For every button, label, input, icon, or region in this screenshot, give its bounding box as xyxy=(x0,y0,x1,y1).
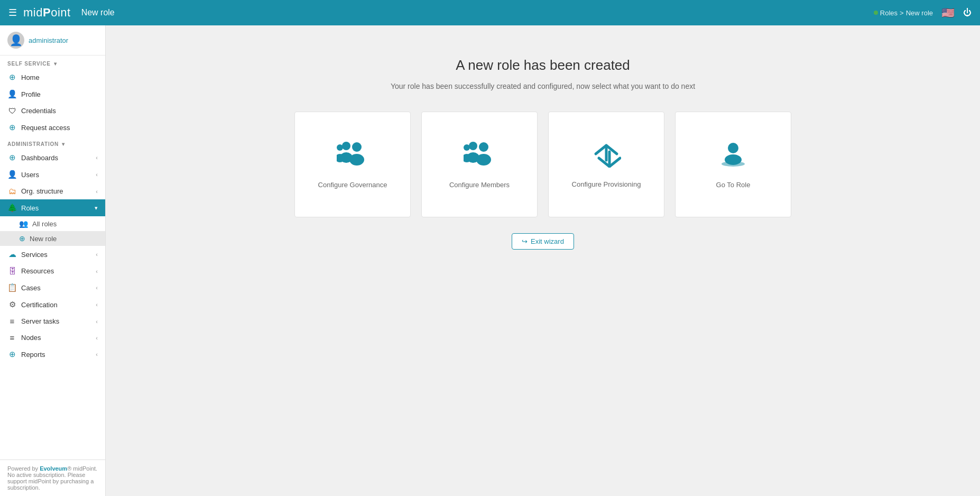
sidebar-item-home[interactable]: ⊕ Home xyxy=(0,69,105,86)
self-service-section: SELF SERVICE ▾ xyxy=(0,56,105,69)
sidebar-item-certification[interactable]: ⚙ Certification ‹ xyxy=(0,296,105,313)
sidebar-item-reports[interactable]: ⊕ Reports ‹ xyxy=(0,346,105,363)
all-roles-icon: 👥 xyxy=(19,219,28,228)
sidebar-item-credentials[interactable]: 🛡 Credentials xyxy=(0,103,105,119)
avatar: 👤 xyxy=(7,32,24,49)
svg-point-16 xyxy=(722,161,745,167)
breadcrumb-current: New role xyxy=(906,9,933,17)
breadcrumb-roles-link[interactable]: Roles xyxy=(880,9,898,17)
status-dot xyxy=(874,11,878,15)
success-title: A new role has been created xyxy=(456,57,630,74)
users-icon: 👤 xyxy=(7,170,17,179)
request-access-icon: ⊕ xyxy=(7,123,17,132)
sidebar-subitem-all-roles[interactable]: 👥 All roles xyxy=(0,216,105,231)
sidebar-item-request-access[interactable]: ⊕ Request access xyxy=(0,119,105,136)
svg-point-4 xyxy=(337,144,343,151)
chevron-down-icon: ▾ xyxy=(95,205,98,212)
breadcrumb-separator: > xyxy=(900,9,904,17)
sidebar-username[interactable]: administrator xyxy=(29,36,68,44)
layout: 👤 administrator SELF SERVICE ▾ ⊕ Home 👤 … xyxy=(0,25,980,496)
header-right: Roles > New role 🇺🇸 ⏻ xyxy=(874,6,972,19)
card-configure-members[interactable]: Configure Members xyxy=(421,112,538,217)
new-role-icon: ⊕ xyxy=(19,234,25,243)
svg-point-8 xyxy=(479,142,488,152)
breadcrumb: Roles > New role xyxy=(874,9,933,17)
sidebar-item-resources[interactable]: 🗄 Resources ‹ xyxy=(0,263,105,279)
sidebar-footer: Powered by Evolveum® midPoint. No active… xyxy=(0,460,105,496)
profile-icon: 👤 xyxy=(7,89,17,99)
chevron-icon: ‹ xyxy=(96,318,98,325)
hamburger-icon[interactable]: ☰ xyxy=(8,7,17,19)
resources-icon: 🗄 xyxy=(7,267,17,275)
main-content: A new role has been created Your role ha… xyxy=(106,25,980,496)
svg-point-9 xyxy=(476,154,491,166)
sidebar-item-profile[interactable]: 👤 Profile xyxy=(0,86,105,103)
sidebar-subitem-new-role[interactable]: ⊕ New role xyxy=(0,231,105,246)
svg-point-0 xyxy=(342,142,350,150)
sidebar-user[interactable]: 👤 administrator xyxy=(0,25,105,56)
chevron-icon: ‹ xyxy=(96,154,98,161)
sidebar-item-dashboards[interactable]: ⊕ Dashboards ‹ xyxy=(0,149,105,166)
power-icon[interactable]: ⏻ xyxy=(963,8,972,17)
flag-icon[interactable]: 🇺🇸 xyxy=(941,6,955,19)
sidebar: 👤 administrator SELF SERVICE ▾ ⊕ Home 👤 … xyxy=(0,25,106,496)
cases-icon: 📋 xyxy=(7,283,17,292)
configure-members-label: Configure Members xyxy=(449,181,510,189)
sidebar-item-org-structure[interactable]: 🗂 Org. structure ‹ xyxy=(0,183,105,199)
logo: midPoint xyxy=(23,6,71,20)
roles-icon: 🌲 xyxy=(7,203,17,213)
configure-governance-label: Configure Governance xyxy=(318,181,387,189)
card-configure-provisioning[interactable]: Configure Provisioning xyxy=(548,112,664,217)
exit-wizard-button[interactable]: ↪ Exit wizard xyxy=(512,233,574,250)
sidebar-item-users[interactable]: 👤 Users ‹ xyxy=(0,166,105,183)
nodes-icon: ≡ xyxy=(7,333,17,342)
server-tasks-icon: ≡ xyxy=(7,317,17,326)
go-to-role-icon xyxy=(717,141,749,172)
svg-point-6 xyxy=(469,142,477,150)
card-go-to-role[interactable]: Go To Role xyxy=(675,112,791,217)
configure-provisioning-label: Configure Provisioning xyxy=(572,180,641,188)
org-structure-icon: 🗂 xyxy=(7,187,17,196)
sidebar-item-cases[interactable]: 📋 Cases ‹ xyxy=(0,279,105,296)
chevron-icon: ‹ xyxy=(96,171,98,178)
configure-members-icon xyxy=(464,141,495,172)
chevron-icon: ‹ xyxy=(96,335,98,341)
card-configure-governance[interactable]: Configure Governance xyxy=(294,112,411,217)
exit-wizard-icon: ↪ xyxy=(522,237,528,245)
chevron-icon: ‹ xyxy=(96,351,98,357)
sidebar-item-nodes[interactable]: ≡ Nodes ‹ xyxy=(0,329,105,346)
svg-point-2 xyxy=(352,142,362,152)
sidebar-item-services[interactable]: ☁ Services ‹ xyxy=(0,246,105,263)
evolveum-link[interactable]: Evolveum xyxy=(40,465,67,472)
configure-provisioning-icon xyxy=(591,141,621,172)
cards-row: Configure Governance Configure Members xyxy=(294,112,791,217)
sidebar-item-server-tasks[interactable]: ≡ Server tasks ‹ xyxy=(0,313,105,329)
chevron-icon: ‹ xyxy=(96,188,98,195)
svg-point-3 xyxy=(349,154,364,166)
chevron-icon: ‹ xyxy=(96,251,98,258)
sidebar-item-roles[interactable]: 🌲 Roles ▾ xyxy=(0,199,105,216)
chevron-icon: ‹ xyxy=(96,284,98,291)
services-icon: ☁ xyxy=(7,250,17,259)
credentials-icon: 🛡 xyxy=(7,106,17,115)
header: ☰ midPoint New role Roles > New role 🇺🇸 … xyxy=(0,0,980,25)
go-to-role-label: Go To Role xyxy=(716,181,751,189)
svg-point-14 xyxy=(728,143,738,153)
home-icon: ⊕ xyxy=(7,72,17,82)
page-title: New role xyxy=(81,8,115,17)
administration-section: ADMINISTRATION ▾ xyxy=(0,136,105,149)
reports-icon: ⊕ xyxy=(7,350,17,359)
chevron-icon: ‹ xyxy=(96,301,98,308)
configure-governance-icon xyxy=(337,141,368,172)
certification-icon: ⚙ xyxy=(7,300,17,309)
success-subtitle: Your role has been successfully created … xyxy=(391,82,695,90)
exit-wizard-label: Exit wizard xyxy=(531,237,564,245)
dashboards-icon: ⊕ xyxy=(7,153,17,162)
chevron-icon: ‹ xyxy=(96,268,98,274)
svg-point-10 xyxy=(464,144,470,151)
